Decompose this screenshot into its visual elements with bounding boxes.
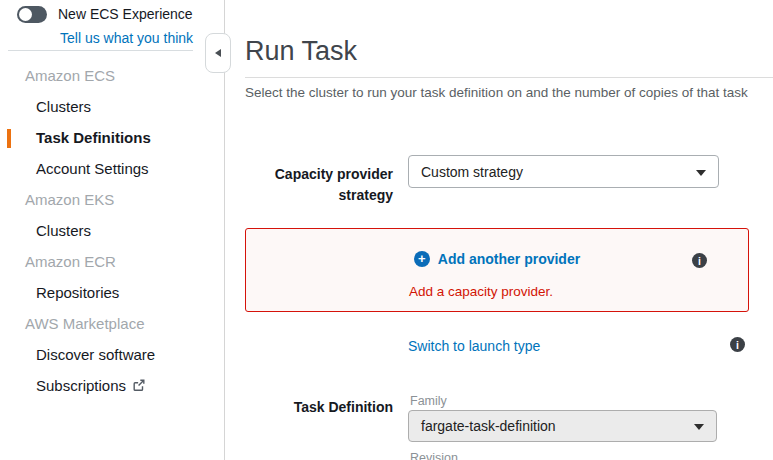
chevron-down-icon: [696, 170, 706, 176]
page-description: Select the cluster to run your task defi…: [245, 85, 773, 100]
active-item-bar: [7, 129, 11, 148]
nav-header-amazon-ecr: Amazon ECR: [0, 253, 225, 284]
sidebar-item-ecs-clusters[interactable]: Clusters: [0, 98, 225, 129]
toggle-label: New ECS Experience: [58, 6, 193, 22]
sidebar: New ECS Experience Tell us what you thin…: [0, 0, 225, 460]
sidebar-item-account-settings[interactable]: Account Settings: [0, 160, 225, 191]
add-another-provider-button[interactable]: + Add another provider: [246, 251, 748, 267]
sidebar-item-eks-clusters[interactable]: Clusters: [0, 222, 225, 253]
capacity-provider-strategy-label: Capacity provider strategy: [245, 164, 393, 206]
task-definition-label: Task Definition: [245, 397, 393, 418]
sidebar-divider: [8, 50, 193, 51]
nav-header-amazon-ecs: Amazon ECS: [0, 67, 225, 98]
capacity-provider-error-box: + Add another provider i Add a capacity …: [245, 228, 749, 312]
family-label: Family: [410, 394, 447, 408]
capacity-provider-strategy-dropdown[interactable]: Custom strategy: [408, 155, 719, 188]
sidebar-item-task-definitions[interactable]: Task Definitions: [0, 129, 225, 160]
nav-header-aws-marketplace: AWS Marketplace: [0, 315, 225, 346]
sidebar-collapse-button[interactable]: [205, 33, 231, 73]
sidebar-item-discover-software[interactable]: Discover software: [0, 346, 225, 377]
sidebar-item-repositories[interactable]: Repositories: [0, 284, 225, 315]
revision-label: Revision: [410, 451, 458, 460]
plus-circle-icon: +: [414, 251, 430, 267]
ecs-run-task-page: New ECS Experience Tell us what you thin…: [0, 0, 773, 460]
info-icon[interactable]: i: [730, 337, 745, 352]
collapse-left-arrow-icon: [215, 49, 221, 57]
add-another-provider-label: Add another provider: [438, 251, 580, 267]
family-value: fargate-task-definition: [421, 418, 556, 434]
external-link-icon: [132, 378, 146, 395]
new-ecs-experience-toggle[interactable]: [17, 6, 47, 23]
chevron-down-icon: [694, 424, 704, 430]
sidebar-nav: Amazon ECS Clusters Task Definitions Acc…: [0, 67, 225, 408]
feedback-link[interactable]: Tell us what you think: [60, 30, 193, 46]
nav-header-amazon-eks: Amazon EKS: [0, 191, 225, 222]
capacity-provider-strategy-value: Custom strategy: [421, 164, 523, 180]
capacity-provider-error-text: Add a capacity provider.: [409, 284, 553, 299]
sidebar-item-subscriptions[interactable]: Subscriptions: [0, 377, 225, 408]
info-icon[interactable]: i: [692, 253, 707, 268]
family-dropdown[interactable]: fargate-task-definition: [408, 410, 717, 442]
page-title: Run Task: [245, 36, 357, 67]
toggle-knob-icon: [19, 8, 32, 21]
title-divider: [245, 77, 773, 78]
switch-to-launch-type-link[interactable]: Switch to launch type: [408, 338, 540, 354]
